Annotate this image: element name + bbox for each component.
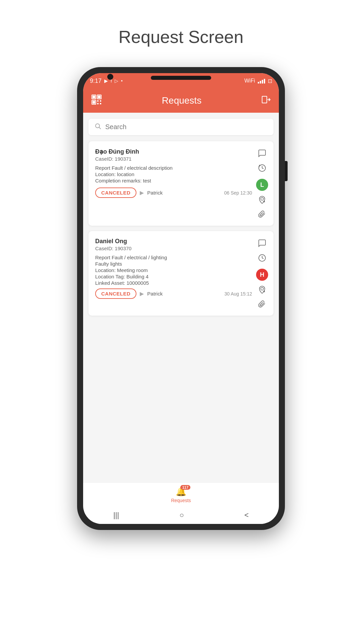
search-icon — [95, 123, 101, 131]
svg-line-13 — [99, 127, 101, 129]
svg-rect-6 — [97, 100, 99, 102]
card-caseid-2: CaseID: 190370 — [95, 246, 252, 251]
card-location-tag-2: Location Tag: Building 4 — [95, 274, 252, 279]
signal-bar-1 — [258, 82, 259, 84]
app-bar-title: Requests — [162, 95, 201, 106]
card-name-2: Daniel Ong — [95, 238, 252, 245]
attachment-icon-1[interactable] — [258, 210, 266, 220]
attachment-icon-2[interactable] — [258, 300, 266, 310]
chat-icon-2[interactable] — [258, 239, 266, 249]
assignee-badge-2: H — [256, 269, 268, 281]
status-badge-1: CANCELED — [95, 187, 136, 198]
phone-screen: 9:17 ▶ f ▷ • WiFi ⊡ — [83, 73, 279, 524]
battery-icon: ⊡ — [268, 78, 272, 84]
card-name-1: Đạo Đúng Đinh — [95, 148, 252, 155]
location-icon-2[interactable] — [258, 285, 266, 296]
status-youtube-icon: ▶ — [104, 78, 108, 84]
card-footer-left-2: CANCELED ▶ Patrick — [95, 288, 163, 299]
app-bar: Requests — [83, 89, 279, 113]
recents-button[interactable]: ||| — [113, 511, 119, 520]
card-type-2: Report Fault / electrical / lighting — [95, 255, 252, 260]
nav-badge: 117 — [180, 485, 190, 490]
card-asset-2: Linked Asset: 10000005 — [95, 280, 252, 286]
status-bar-left: 9:17 ▶ f ▷ • — [90, 77, 123, 85]
system-nav: ||| ○ < — [83, 506, 279, 524]
card-actions-2: H — [256, 238, 268, 310]
assignee-name-2: Patrick — [147, 291, 163, 297]
svg-rect-1 — [93, 96, 95, 98]
card-main-2: Daniel Ong CaseID: 190370 Report Fault /… — [95, 238, 252, 310]
assignee-name-1: Patrick — [147, 190, 163, 196]
signal-bars — [258, 78, 265, 84]
status-badge-2: CANCELED — [95, 288, 136, 299]
card-main-1: Đạo Đúng Đinh CaseID: 190371 Report Faul… — [95, 148, 252, 220]
request-card-2: Daniel Ong CaseID: 190370 Report Fault /… — [88, 231, 274, 316]
search-container — [88, 119, 274, 135]
svg-rect-3 — [98, 96, 101, 98]
card-footer-1: CANCELED ▶ Patrick 06 Sep 12:30 — [95, 187, 252, 198]
signal-bar-2 — [260, 81, 261, 84]
page-wrapper: Request Screen 9:17 ▶ f ▷ • WiFi — [0, 0, 362, 644]
status-time: 9:17 — [90, 77, 102, 85]
arrow-right-icon-2: ▶ — [140, 290, 144, 297]
card-description-2: Faulty lights — [95, 261, 252, 267]
content-scroll: Đạo Đúng Đinh CaseID: 190371 Report Faul… — [83, 139, 279, 482]
page-title: Request Screen — [119, 27, 244, 47]
card-footer-2: CANCELED ▶ Patrick 30 Aug 15:12 — [95, 288, 252, 299]
logout-icon[interactable] — [261, 95, 271, 107]
chat-icon-1[interactable] — [258, 149, 266, 159]
location-icon-1[interactable] — [258, 196, 266, 206]
nav-requests[interactable]: 🔔 117 Requests — [171, 486, 191, 503]
phone-frame: 9:17 ▶ f ▷ • WiFi ⊡ — [77, 67, 285, 530]
signal-bar-3 — [262, 80, 263, 84]
nav-bell-wrap: 🔔 117 — [176, 486, 186, 497]
request-card-1: Đạo Đúng Đinh CaseID: 190371 Report Faul… — [88, 141, 274, 226]
card-actions-1: L — [256, 148, 268, 220]
svg-rect-7 — [100, 100, 101, 102]
svg-rect-5 — [93, 101, 95, 104]
signal-bar-4 — [264, 79, 265, 84]
wifi-icon: WiFi — [244, 78, 255, 84]
card-remarks-1: Completion remarks: test — [95, 178, 252, 183]
nav-label: Requests — [171, 498, 191, 503]
card-date-1: 06 Sep 12:30 — [224, 190, 252, 196]
svg-point-14 — [261, 198, 263, 200]
assignee-badge-1: L — [256, 179, 268, 191]
svg-rect-10 — [262, 96, 267, 103]
arrow-right-icon-1: ▶ — [140, 190, 144, 196]
svg-rect-8 — [97, 103, 99, 104]
status-play-icon: ▷ — [115, 78, 118, 84]
bottom-nav: 🔔 117 Requests — [83, 482, 279, 506]
history-icon-2[interactable] — [258, 254, 266, 264]
search-input[interactable] — [105, 123, 267, 131]
status-bar-right: WiFi ⊡ — [244, 78, 272, 84]
card-location-2: Location: Meeting room — [95, 267, 252, 273]
status-fb-icon: f — [111, 78, 112, 84]
back-button[interactable]: < — [244, 511, 249, 520]
card-location-1: Location: location — [95, 171, 252, 177]
card-caseid-1: CaseID: 190371 — [95, 156, 252, 162]
svg-rect-9 — [100, 103, 101, 104]
card-type-1: Report Fault / electrical description — [95, 165, 252, 171]
qr-icon[interactable] — [91, 94, 102, 107]
status-dot: • — [121, 78, 123, 84]
status-bar: 9:17 ▶ f ▷ • WiFi ⊡ — [83, 73, 279, 89]
volume-button — [285, 161, 288, 181]
svg-point-17 — [261, 287, 263, 290]
card-footer-left-1: CANCELED ▶ Patrick — [95, 187, 163, 198]
history-icon-1[interactable] — [258, 164, 266, 174]
card-date-2: 30 Aug 15:12 — [224, 291, 252, 297]
home-button[interactable]: ○ — [179, 511, 184, 520]
